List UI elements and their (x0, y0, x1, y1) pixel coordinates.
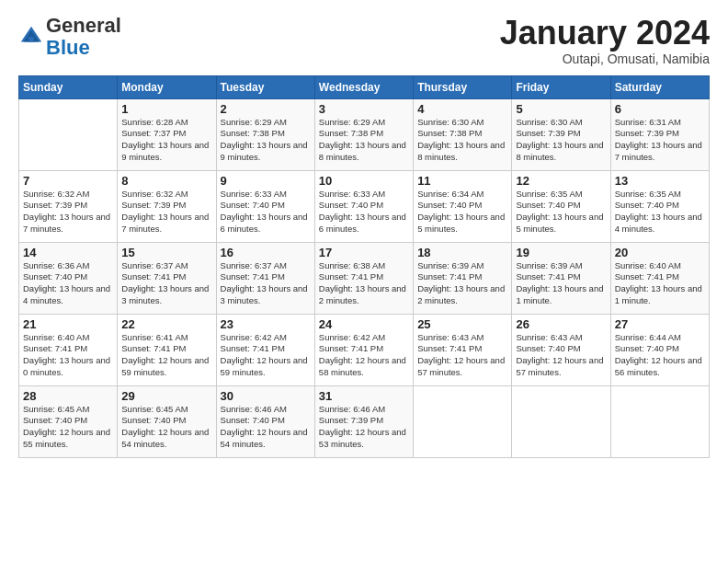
day-number: 22 (121, 317, 211, 331)
day-number: 24 (319, 317, 409, 331)
day-number: 29 (121, 389, 211, 403)
day-info: Sunrise: 6:36 AM Sunset: 7:40 PM Dayligh… (23, 260, 113, 307)
day-number: 17 (319, 246, 409, 259)
day-info: Sunrise: 6:30 AM Sunset: 7:39 PM Dayligh… (516, 117, 606, 164)
day-number: 1 (121, 102, 211, 116)
location: Outapi, Omusati, Namibia (500, 52, 710, 66)
day-info: Sunrise: 6:40 AM Sunset: 7:41 PM Dayligh… (615, 260, 705, 307)
col-tuesday: Tuesday (216, 75, 314, 98)
day-number: 28 (23, 389, 113, 403)
day-info: Sunrise: 6:43 AM Sunset: 7:41 PM Dayligh… (417, 332, 507, 379)
day-number: 6 (615, 102, 705, 116)
logo: General Blue (18, 15, 121, 59)
title-block: January 2024 Outapi, Omusati, Namibia (500, 15, 710, 66)
day-number: 11 (417, 174, 507, 188)
main-container: General Blue January 2024 Outapi, Omusat… (0, 0, 728, 467)
day-info: Sunrise: 6:46 AM Sunset: 7:40 PM Dayligh… (221, 404, 311, 451)
day-info: Sunrise: 6:41 AM Sunset: 7:41 PM Dayligh… (121, 332, 211, 379)
day-info: Sunrise: 6:39 AM Sunset: 7:41 PM Dayligh… (417, 260, 507, 307)
day-number: 16 (221, 246, 311, 259)
table-row: 3 Sunrise: 6:29 AM Sunset: 7:38 PM Dayli… (314, 98, 413, 170)
day-info: Sunrise: 6:35 AM Sunset: 7:40 PM Dayligh… (516, 189, 606, 236)
table-row: 8 Sunrise: 6:32 AM Sunset: 7:39 PM Dayli… (118, 170, 216, 242)
day-number: 3 (319, 102, 409, 116)
table-row (19, 98, 118, 170)
day-info: Sunrise: 6:33 AM Sunset: 7:40 PM Dayligh… (221, 189, 311, 236)
day-info: Sunrise: 6:32 AM Sunset: 7:39 PM Dayligh… (121, 189, 211, 236)
day-number: 12 (516, 174, 606, 188)
day-number: 14 (23, 246, 113, 259)
table-row (512, 385, 610, 457)
table-row: 6 Sunrise: 6:31 AM Sunset: 7:39 PM Dayli… (610, 98, 709, 170)
logo-general-text: General (46, 15, 121, 37)
day-info: Sunrise: 6:32 AM Sunset: 7:39 PM Dayligh… (23, 189, 113, 236)
table-row: 24 Sunrise: 6:42 AM Sunset: 7:41 PM Dayl… (314, 314, 413, 385)
day-info: Sunrise: 6:39 AM Sunset: 7:41 PM Dayligh… (516, 260, 606, 307)
day-info: Sunrise: 6:38 AM Sunset: 7:41 PM Dayligh… (319, 260, 409, 307)
day-info: Sunrise: 6:44 AM Sunset: 7:40 PM Dayligh… (615, 332, 705, 379)
day-info: Sunrise: 6:37 AM Sunset: 7:41 PM Dayligh… (121, 260, 211, 307)
table-row: 4 Sunrise: 6:30 AM Sunset: 7:38 PM Dayli… (414, 98, 512, 170)
table-row: 15 Sunrise: 6:37 AM Sunset: 7:41 PM Dayl… (118, 242, 216, 314)
week-row-1: 1 Sunrise: 6:28 AM Sunset: 7:37 PM Dayli… (19, 98, 710, 170)
week-row-3: 14 Sunrise: 6:36 AM Sunset: 7:40 PM Dayl… (19, 242, 710, 314)
day-number: 27 (615, 317, 705, 331)
day-number: 4 (417, 102, 507, 116)
day-info: Sunrise: 6:45 AM Sunset: 7:40 PM Dayligh… (121, 404, 211, 451)
day-info: Sunrise: 6:46 AM Sunset: 7:39 PM Dayligh… (319, 404, 409, 451)
day-info: Sunrise: 6:42 AM Sunset: 7:41 PM Dayligh… (319, 332, 409, 379)
day-number: 23 (221, 317, 311, 331)
month-title: January 2024 (500, 15, 710, 52)
table-row (414, 385, 512, 457)
table-row: 21 Sunrise: 6:40 AM Sunset: 7:41 PM Dayl… (19, 314, 118, 385)
table-row: 7 Sunrise: 6:32 AM Sunset: 7:39 PM Dayli… (19, 170, 118, 242)
table-row: 29 Sunrise: 6:45 AM Sunset: 7:40 PM Dayl… (118, 385, 216, 457)
day-info: Sunrise: 6:34 AM Sunset: 7:40 PM Dayligh… (417, 189, 507, 236)
day-info: Sunrise: 6:29 AM Sunset: 7:38 PM Dayligh… (221, 117, 311, 164)
day-info: Sunrise: 6:40 AM Sunset: 7:41 PM Dayligh… (23, 332, 113, 379)
day-number: 15 (121, 246, 211, 259)
table-row: 16 Sunrise: 6:37 AM Sunset: 7:41 PM Dayl… (216, 242, 314, 314)
table-row: 20 Sunrise: 6:40 AM Sunset: 7:41 PM Dayl… (610, 242, 709, 314)
day-info: Sunrise: 6:33 AM Sunset: 7:40 PM Dayligh… (319, 189, 409, 236)
col-friday: Friday (512, 75, 610, 98)
col-sunday: Sunday (19, 75, 118, 98)
col-saturday: Saturday (610, 75, 709, 98)
table-row: 12 Sunrise: 6:35 AM Sunset: 7:40 PM Dayl… (512, 170, 610, 242)
day-number: 8 (121, 174, 211, 188)
day-number: 25 (417, 317, 507, 331)
day-info: Sunrise: 6:30 AM Sunset: 7:38 PM Dayligh… (417, 117, 507, 164)
col-monday: Monday (118, 75, 216, 98)
table-row: 18 Sunrise: 6:39 AM Sunset: 7:41 PM Dayl… (414, 242, 512, 314)
day-info: Sunrise: 6:35 AM Sunset: 7:40 PM Dayligh… (615, 189, 705, 236)
day-number: 7 (23, 174, 113, 188)
col-thursday: Thursday (414, 75, 512, 98)
day-number: 5 (516, 102, 606, 116)
day-number: 30 (221, 389, 311, 403)
table-row: 13 Sunrise: 6:35 AM Sunset: 7:40 PM Dayl… (610, 170, 709, 242)
table-row: 11 Sunrise: 6:34 AM Sunset: 7:40 PM Dayl… (414, 170, 512, 242)
day-info: Sunrise: 6:45 AM Sunset: 7:40 PM Dayligh… (23, 404, 113, 451)
day-number: 21 (23, 317, 113, 331)
day-number: 31 (319, 389, 409, 403)
day-number: 13 (615, 174, 705, 188)
table-row: 27 Sunrise: 6:44 AM Sunset: 7:40 PM Dayl… (610, 314, 709, 385)
table-row: 28 Sunrise: 6:45 AM Sunset: 7:40 PM Dayl… (19, 385, 118, 457)
col-wednesday: Wednesday (314, 75, 413, 98)
table-row: 14 Sunrise: 6:36 AM Sunset: 7:40 PM Dayl… (19, 242, 118, 314)
day-info: Sunrise: 6:28 AM Sunset: 7:37 PM Dayligh… (121, 117, 211, 164)
table-row: 1 Sunrise: 6:28 AM Sunset: 7:37 PM Dayli… (118, 98, 216, 170)
table-row: 25 Sunrise: 6:43 AM Sunset: 7:41 PM Dayl… (414, 314, 512, 385)
table-row: 9 Sunrise: 6:33 AM Sunset: 7:40 PM Dayli… (216, 170, 314, 242)
table-row (610, 385, 709, 457)
table-row: 22 Sunrise: 6:41 AM Sunset: 7:41 PM Dayl… (118, 314, 216, 385)
day-info: Sunrise: 6:37 AM Sunset: 7:41 PM Dayligh… (221, 260, 311, 307)
table-row: 10 Sunrise: 6:33 AM Sunset: 7:40 PM Dayl… (314, 170, 413, 242)
week-row-4: 21 Sunrise: 6:40 AM Sunset: 7:41 PM Dayl… (19, 314, 710, 385)
day-number: 18 (417, 246, 507, 259)
table-row: 30 Sunrise: 6:46 AM Sunset: 7:40 PM Dayl… (216, 385, 314, 457)
day-info: Sunrise: 6:29 AM Sunset: 7:38 PM Dayligh… (319, 117, 409, 164)
week-row-5: 28 Sunrise: 6:45 AM Sunset: 7:40 PM Dayl… (19, 385, 710, 457)
day-number: 19 (516, 246, 606, 259)
table-row: 26 Sunrise: 6:43 AM Sunset: 7:40 PM Dayl… (512, 314, 610, 385)
